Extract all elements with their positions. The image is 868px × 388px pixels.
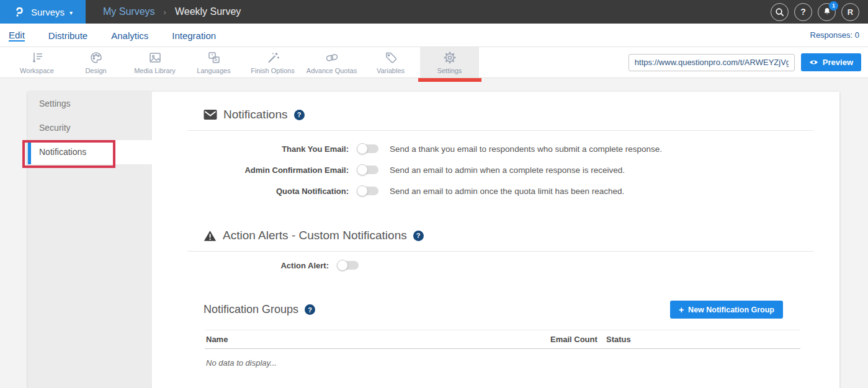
thank-you-email-description: Send a thank you email to respondents wh…: [390, 144, 662, 154]
toolbar-right: Preview: [629, 47, 868, 77]
action-alert-label: Action Alert:: [187, 261, 329, 270]
notification-groups-title: Notification Groups: [204, 303, 298, 316]
toolbar-label: Variables: [377, 67, 405, 74]
toolbar-item-settings[interactable]: Settings: [420, 47, 479, 77]
question-mark-icon: ?: [800, 7, 806, 17]
action-alert-row: Action Alert:: [187, 255, 813, 276]
search-icon: [774, 7, 785, 17]
section-title: Notifications: [223, 108, 288, 121]
sidebar-item-settings[interactable]: Settings: [28, 92, 152, 116]
admin-confirmation-email-toggle[interactable]: [357, 164, 378, 175]
variables-tag-icon: [383, 50, 398, 65]
tab-analytics[interactable]: Analytics: [111, 29, 148, 41]
envelope-icon: [204, 110, 217, 120]
svg-text:*: *: [211, 53, 213, 58]
sidebar-item-security[interactable]: Security: [28, 116, 152, 140]
breadcrumb-current-survey: Weekly Survey: [175, 6, 241, 17]
toolbar-label: Media Library: [134, 67, 176, 74]
settings-sidebar: Settings Security Notifications: [28, 92, 152, 388]
preview-button-label: Preview: [823, 58, 853, 67]
settings-panel: Settings Security Notifications Notifica…: [28, 92, 839, 388]
notifications-content: Notifications ? Thank You Email: Send a …: [152, 92, 839, 388]
action-alerts-section-heading: Action Alerts - Custom Notifications ?: [204, 229, 813, 242]
thank-you-email-toggle[interactable]: [357, 143, 378, 154]
preview-button[interactable]: Preview: [801, 53, 861, 71]
search-button[interactable]: [771, 3, 789, 21]
brand-label: Surveys: [31, 7, 65, 17]
quota-notification-label: Quota Notification:: [187, 187, 349, 196]
quota-notification-toggle[interactable]: [357, 185, 378, 196]
questionpro-logo-icon: [13, 6, 26, 19]
product-switcher[interactable]: Surveys ▾: [0, 0, 86, 24]
section-title: Action Alerts - Custom Notifications: [223, 229, 407, 242]
responses-count[interactable]: Responses: 0: [810, 30, 860, 40]
survey-nav: Edit Distribute Analytics Integration Re…: [0, 24, 868, 47]
new-notification-group-button[interactable]: + New Notification Group: [670, 301, 783, 319]
thank-you-email-row: Thank You Email: Send a thank you email …: [187, 138, 813, 159]
settings-gear-icon: [442, 50, 457, 65]
quota-notification-description: Send an email to admin once the quota li…: [390, 187, 624, 196]
account-avatar[interactable]: R: [841, 3, 859, 21]
notification-toggle-rows: Thank You Email: Send a thank you email …: [187, 138, 813, 201]
notifications-button[interactable]: 1: [818, 3, 836, 21]
header-actions: ? 1 R: [771, 3, 859, 21]
media-library-icon: [148, 50, 163, 65]
toolbar-label: Workspace: [20, 67, 54, 74]
divider: [187, 130, 813, 131]
new-notification-group-label: New Notification Group: [688, 306, 774, 314]
toolbar-item-languages[interactable]: * A Languages: [184, 47, 243, 77]
toolbar-item-design[interactable]: Design: [66, 47, 125, 77]
action-alert-rows: Action Alert:: [187, 255, 813, 276]
edit-toolbar: Workspace Design Media Library * A Langu…: [0, 47, 868, 78]
notification-groups-table: Name Email Count Status No data to displ…: [205, 330, 800, 368]
toolbar-label: Finish Options: [251, 67, 294, 74]
languages-icon: * A: [207, 50, 221, 65]
column-header-email-count: Email Count: [549, 330, 605, 349]
toolbar-label: Design: [85, 67, 106, 74]
admin-confirmation-email-row: Admin Confirmation Email: Send an email …: [187, 159, 813, 180]
toolbar-item-advance-quotas[interactable]: Advance Quotas: [302, 47, 361, 77]
advance-quotas-chain-icon: [324, 50, 339, 65]
breadcrumb: My Surveys › Weekly Survey: [103, 6, 241, 17]
tab-edit[interactable]: Edit: [9, 29, 25, 42]
top-header: Surveys ▾ My Surveys › Weekly Survey ? 1…: [0, 0, 868, 24]
tab-integration[interactable]: Integration: [172, 29, 216, 41]
quota-notification-row: Quota Notification: Send an email to adm…: [187, 180, 813, 201]
column-header-name: Name: [205, 330, 549, 349]
admin-confirmation-email-description: Send an email to admin when a complete r…: [390, 165, 625, 175]
table-header-row: Name Email Count Status: [205, 330, 800, 349]
eye-icon: [809, 59, 818, 66]
avatar-initial: R: [848, 7, 853, 17]
sidebar-item-notifications[interactable]: Notifications: [28, 140, 152, 164]
action-alerts-help-icon[interactable]: ?: [413, 231, 424, 241]
column-header-status: Status: [605, 330, 800, 349]
toolbar-item-workspace[interactable]: Workspace: [7, 47, 66, 77]
toolbar-label: Advance Quotas: [306, 67, 357, 74]
plus-icon: +: [679, 305, 684, 315]
divider: [187, 251, 813, 252]
empty-table-message: No data to display...: [205, 349, 800, 368]
design-palette-icon: [89, 50, 104, 65]
thank-you-email-label: Thank You Email:: [187, 144, 349, 154]
toolbar-item-variables[interactable]: Variables: [361, 47, 420, 77]
workspace-icon: [30, 50, 45, 65]
svg-text:A: A: [214, 58, 217, 62]
survey-url-input[interactable]: [629, 54, 795, 71]
toolbar-label: Languages: [197, 67, 230, 74]
breadcrumb-separator-icon: ›: [164, 7, 166, 17]
chevron-down-icon: ▾: [69, 9, 73, 16]
warning-triangle-icon: [204, 230, 217, 242]
tab-distribute[interactable]: Distribute: [48, 29, 87, 41]
toolbar-item-media-library[interactable]: Media Library: [125, 47, 184, 77]
help-button[interactable]: ?: [794, 3, 812, 21]
admin-confirmation-email-label: Admin Confirmation Email:: [187, 165, 349, 175]
notifications-help-icon[interactable]: ?: [294, 110, 305, 120]
finish-options-wand-icon: [266, 50, 280, 65]
toolbar-label: Settings: [437, 67, 462, 74]
breadcrumb-my-surveys[interactable]: My Surveys: [103, 6, 155, 17]
action-alert-toggle[interactable]: [337, 260, 359, 271]
toolbar-item-finish-options[interactable]: Finish Options: [243, 47, 302, 77]
notifications-section-heading: Notifications ?: [204, 108, 813, 121]
notification-groups-header: Notification Groups ? + New Notification…: [204, 301, 813, 319]
notification-groups-help-icon[interactable]: ?: [305, 304, 315, 315]
